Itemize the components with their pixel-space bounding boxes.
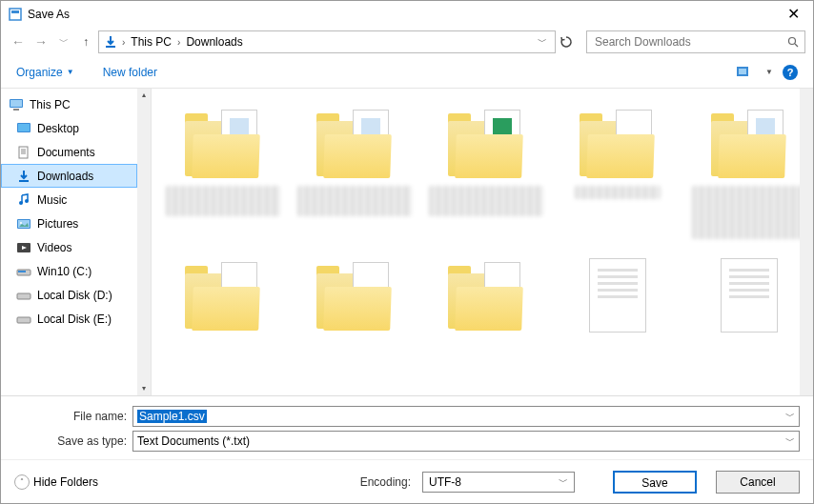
save-as-dialog: Save As ✕ ← → ﹀ ↑ › This PC › Downloads …	[0, 0, 814, 504]
svg-rect-26	[17, 317, 31, 323]
breadcrumb-dropdown[interactable]: ﹀	[534, 35, 551, 49]
scroll-up-icon[interactable]: ▴	[137, 89, 151, 102]
filename-label: File name:	[14, 410, 127, 423]
filename-value: Sample1.csv	[137, 410, 207, 423]
sidebar-item-label: Local Disk (E:)	[37, 312, 112, 326]
sidebar-item-downloads[interactable]: Downloads	[1, 164, 137, 188]
folder-icon	[185, 258, 261, 333]
up-button[interactable]: ↑	[77, 35, 94, 49]
sidebar-item-this-pc[interactable]: This PC	[1, 92, 151, 116]
folder-item[interactable]	[697, 106, 802, 239]
content-scrollbar[interactable]	[800, 89, 813, 395]
hide-folders-button[interactable]: ˄ Hide Folders	[14, 474, 98, 490]
svg-rect-9	[13, 109, 19, 111]
sidebar-item-label: Downloads	[37, 170, 93, 183]
file-item[interactable]	[697, 258, 802, 333]
refresh-button[interactable]	[560, 35, 582, 49]
svg-rect-25	[17, 293, 31, 299]
chevron-down-icon: ▼	[67, 68, 74, 76]
help-icon[interactable]: ?	[783, 65, 798, 80]
folder-icon	[580, 106, 656, 180]
file-label	[429, 186, 543, 216]
chevron-right-icon: ›	[122, 37, 125, 48]
chevron-down-icon[interactable]: ﹀	[785, 410, 795, 423]
breadcrumb-this-pc[interactable]: This PC	[129, 35, 173, 49]
file-label	[297, 186, 412, 216]
filename-input[interactable]: Sample1.csv ﹀	[132, 406, 800, 427]
svg-rect-12	[19, 147, 28, 158]
svg-rect-16	[19, 180, 29, 182]
breadcrumb-downloads[interactable]: Downloads	[184, 35, 244, 49]
videos-icon	[16, 241, 31, 254]
folder-item[interactable]	[565, 106, 670, 239]
sidebar-item-label: Local Disk (D:)	[37, 289, 112, 302]
window-title: Save As	[28, 8, 70, 21]
file-list[interactable]	[152, 89, 813, 395]
title-left: Save As	[9, 8, 70, 21]
sidebar-item-drive-c[interactable]: Win10 (C:)	[1, 259, 151, 283]
drive-icon	[16, 312, 31, 326]
folder-item[interactable]	[302, 258, 407, 333]
sidebar-item-documents[interactable]: Documents	[1, 140, 151, 164]
svg-rect-1	[11, 10, 19, 13]
folder-icon	[316, 258, 393, 333]
organize-menu[interactable]: Organize ▼	[16, 66, 74, 79]
cancel-button[interactable]: Cancel	[716, 471, 800, 494]
folder-icon	[185, 106, 261, 180]
file-item[interactable]	[565, 258, 670, 333]
folder-item[interactable]	[171, 106, 275, 239]
search-box[interactable]	[586, 30, 805, 53]
folder-item[interactable]	[302, 106, 407, 239]
folder-icon	[448, 258, 524, 333]
folder-item[interactable]	[434, 258, 539, 333]
svg-point-21	[20, 222, 22, 224]
sidebar-item-pictures[interactable]: Pictures	[1, 212, 151, 235]
sidebar-item-label: Documents	[37, 146, 95, 159]
saveastype-value: Text Documents (*.txt)	[137, 434, 250, 448]
pictures-icon	[16, 217, 31, 231]
sidebar-item-drive-e[interactable]: Local Disk (E:)	[1, 307, 151, 331]
breadcrumb[interactable]: › This PC › Downloads ﹀	[98, 30, 556, 53]
svg-rect-8	[10, 100, 22, 107]
toolbar: Organize ▼ New folder ▼ ?	[1, 56, 813, 89]
hide-folders-label: Hide Folders	[33, 475, 98, 489]
new-folder-button[interactable]: New folder	[103, 66, 157, 79]
svg-rect-24	[18, 271, 26, 272]
svg-rect-11	[18, 124, 30, 131]
sidebar-item-label: Desktop	[37, 122, 79, 135]
sidebar-item-desktop[interactable]: Desktop	[1, 116, 151, 140]
forward-button[interactable]: →	[31, 34, 51, 50]
sidebar-item-videos[interactable]: Videos	[1, 235, 151, 259]
svg-rect-6	[739, 69, 746, 74]
svg-line-4	[795, 44, 798, 47]
app-icon	[9, 8, 22, 21]
recent-dropdown[interactable]: ﹀	[54, 35, 73, 49]
close-icon[interactable]: ✕	[782, 5, 805, 24]
view-options-button[interactable]	[737, 65, 756, 80]
downloads-icon	[103, 34, 118, 50]
sidebar-item-drive-d[interactable]: Local Disk (D:)	[1, 283, 151, 307]
save-button[interactable]: Save	[613, 471, 697, 494]
scroll-down-icon[interactable]: ▾	[137, 382, 151, 395]
search-input[interactable]	[593, 34, 787, 50]
search-icon	[787, 36, 799, 48]
folder-item[interactable]	[171, 258, 275, 333]
organize-label: Organize	[16, 66, 63, 79]
saveastype-select[interactable]: Text Documents (*.txt) ﹀	[132, 431, 800, 452]
sidebar-item-label: Videos	[37, 241, 71, 254]
chevron-down-icon[interactable]: ﹀	[559, 475, 568, 489]
encoding-select[interactable]: UTF-8 ﹀	[422, 472, 575, 493]
sidebar-item-label: Pictures	[37, 217, 78, 231]
sidebar-item-label: Win10 (C:)	[37, 265, 92, 278]
pc-icon	[9, 98, 24, 111]
folder-item[interactable]	[434, 106, 539, 239]
chevron-down-icon[interactable]: ﹀	[785, 434, 795, 448]
file-label	[166, 186, 280, 216]
back-button[interactable]: ←	[9, 34, 28, 50]
sidebar-scrollbar[interactable]: ▴ ▾	[137, 89, 151, 395]
sidebar-item-label: Music	[37, 193, 67, 207]
chevron-up-icon: ˄	[14, 474, 30, 490]
chevron-down-icon[interactable]: ▼	[765, 68, 773, 76]
svg-rect-0	[10, 9, 21, 20]
sidebar-item-music[interactable]: Music	[1, 188, 151, 212]
